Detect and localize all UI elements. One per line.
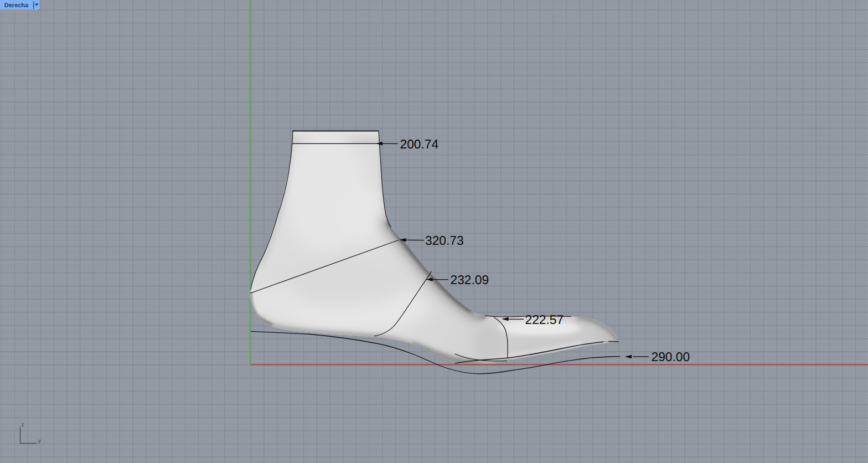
svg-text:222.57: 222.57 (525, 312, 564, 327)
svg-text:320.73: 320.73 (425, 233, 464, 248)
svg-text:y: y (38, 438, 42, 444)
svg-text:Derecha: Derecha (4, 2, 29, 9)
svg-text:232.09: 232.09 (451, 272, 489, 287)
svg-text:290.00: 290.00 (652, 349, 690, 364)
svg-text:200.74: 200.74 (400, 137, 439, 151)
svg-text:z: z (22, 421, 24, 428)
